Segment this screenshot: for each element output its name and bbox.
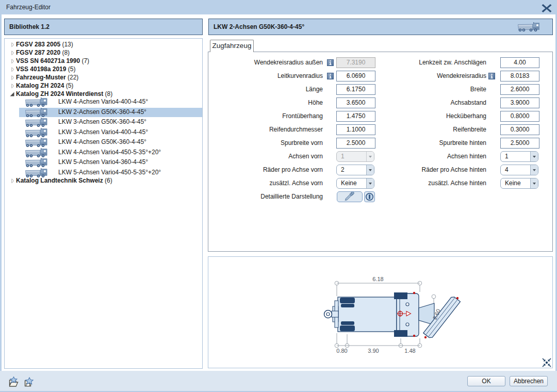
svg-text:6.18: 6.18 — [372, 276, 383, 282]
svg-text:3.90: 3.90 — [368, 348, 379, 354]
svg-text:1.48: 1.48 — [404, 348, 415, 354]
svg-text:0.80: 0.80 — [336, 348, 347, 354]
